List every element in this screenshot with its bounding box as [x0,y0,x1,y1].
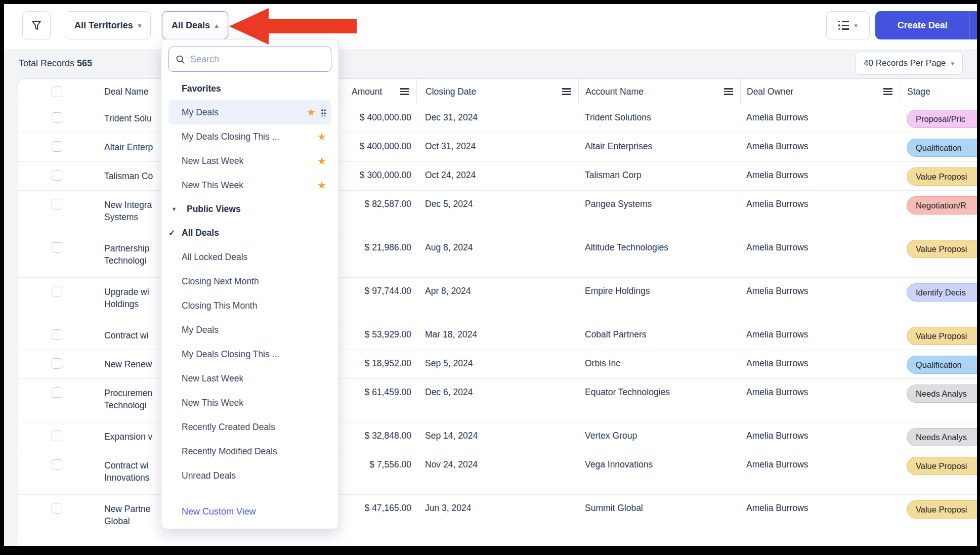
amount-cell: $ 97,744.00 [340,278,416,321]
public-view-item[interactable]: ✓ New Last Week [168,366,331,391]
stage-badge[interactable]: Qualification [907,139,977,157]
public-view-item[interactable]: ✓ New This Week [168,391,331,415]
stage-badge[interactable]: Needs Analys [907,385,977,403]
deal-owner-cell: Amelia Burrows [740,162,900,190]
closing-date-cell: Apr 8, 2024 [416,278,578,321]
public-views-list: ✓ All Deals ✓ All Locked Deals ✓ Closing… [168,221,331,488]
public-view-item[interactable]: ✓ All Deals [168,221,331,245]
column-menu-icon[interactable] [562,88,571,95]
column-header-amount[interactable]: Amount [340,87,382,97]
stage-badge[interactable]: Proposal/Pric [907,110,977,128]
row-checkbox[interactable] [52,358,62,369]
row-checkbox[interactable] [52,112,62,123]
row-checkbox[interactable] [52,199,62,209]
row-checkbox[interactable] [52,431,62,441]
select-all-checkbox[interactable] [52,87,62,97]
column-header-deal-name[interactable]: Deal Name [104,87,149,97]
account-name-cell[interactable]: Orbis Inc [578,350,740,378]
toolbar: All Territories ▾ All Deals ▴ ▾ Create D… [4,4,977,49]
records-per-page-button[interactable]: 40 Records Per Page ▾ [855,52,963,75]
territory-selector-label: All Territories [74,20,133,31]
view-search[interactable] [168,47,331,72]
amount-cell: $ 61,459.00 [340,379,416,422]
drag-handle-icon[interactable] [321,108,326,116]
favorite-view-item[interactable]: New Last Week ★ [168,149,331,173]
stage-badge[interactable]: Qualification [907,356,977,374]
public-view-item[interactable]: ✓ My Deals Closing This ... [168,342,331,366]
chevron-down-icon[interactable]: ▾ [969,22,977,29]
column-header-closing-date[interactable]: Closing Date [425,87,476,97]
account-name-cell[interactable]: Equator Technologies [578,379,740,422]
column-menu-icon[interactable] [400,88,409,95]
account-name-cell[interactable]: Cobalt Partners [578,321,740,350]
stage-badge[interactable]: Value Proposi [907,500,977,519]
column-header-account-name[interactable]: Account Name [585,87,644,97]
public-view-item[interactable]: ✓ Closing Next Month [168,269,331,293]
amount-cell: $ 47,165.00 [340,495,416,538]
public-view-item[interactable]: ✓ Recently Created Deals [168,415,331,439]
favorite-view-item[interactable]: My Deals Closing This ... ★ [168,124,331,149]
account-name-cell[interactable]: Altair Enterprises [578,133,740,161]
public-views-heading[interactable]: ▾ Public Views [168,197,331,221]
row-checkbox[interactable] [52,170,62,181]
column-menu-icon[interactable] [883,88,892,95]
account-name-cell[interactable]: Talisman Corp [578,162,740,190]
deal-owner-cell: Amelia Burrows [740,495,900,538]
stage-badge[interactable]: Needs Analys [907,428,977,446]
row-checkbox[interactable] [52,459,62,470]
public-view-item[interactable]: ✓ Unread Deals [168,463,331,488]
star-icon[interactable]: ★ [317,131,326,143]
account-name-cell[interactable]: Vertex Group [578,422,740,451]
star-icon[interactable]: ★ [317,155,326,167]
stage-badge[interactable]: Identify Decis [907,283,977,302]
row-checkbox[interactable] [52,242,62,253]
search-icon [175,54,186,65]
column-header-stage[interactable]: Stage [907,87,930,97]
view-item-label: Closing This Month [182,301,257,311]
view-search-input[interactable] [190,54,325,65]
public-view-item[interactable]: ✓ My Deals [168,318,331,342]
stage-badge[interactable]: Negotiation/R [907,196,977,215]
favorite-view-item[interactable]: My Deals ★ [168,100,331,124]
amount-cell: $ 53,929.00 [340,321,416,350]
account-name-cell[interactable]: Pangea Systems [578,191,740,234]
new-custom-view-link[interactable]: New Custom View [168,500,331,523]
stage-cell: Qualification [900,350,977,378]
public-view-item[interactable]: ✓ Closing This Month [168,293,331,318]
deal-owner-cell: Amelia Burrows [740,234,900,277]
star-icon[interactable]: ★ [307,106,316,118]
total-records-value: 565 [77,58,92,68]
account-name-cell[interactable]: Empire Holdings [578,278,740,321]
row-checkbox[interactable] [52,286,62,296]
deal-owner-cell: Amelia Burrows [740,379,900,422]
stage-badge[interactable]: Value Proposi [907,457,977,475]
stage-badge[interactable]: Value Proposi [907,167,977,186]
create-deal-button[interactable]: Create Deal ▾ [875,11,977,39]
stage-badge[interactable]: Value Proposi [907,240,977,258]
account-name-cell[interactable]: Altitude Technologies [578,234,740,277]
column-menu-icon[interactable] [724,88,733,95]
list-view-toggle-button[interactable]: ▾ [826,11,870,39]
stage-badge[interactable]: Value Proposi [907,327,977,345]
star-icon[interactable]: ★ [317,179,326,191]
stage-cell: Needs Analys [900,379,977,422]
row-checkbox[interactable] [52,503,62,514]
public-view-item[interactable]: ✓ All Locked Deals [168,245,331,269]
view-item-label: New Last Week [182,156,243,166]
view-item-label: My Deals Closing This ... [182,349,279,360]
account-name-cell[interactable]: Summit Global [578,495,740,538]
public-view-item[interactable]: ✓ Recently Modified Deals [168,439,331,463]
account-name-cell[interactable]: Trident Solutions [578,104,740,133]
row-checkbox[interactable] [52,141,62,152]
amount-cell: $ 18,952.00 [340,350,416,378]
filter-button[interactable] [22,11,51,39]
column-header-deal-owner[interactable]: Deal Owner [747,87,793,97]
territory-selector-button[interactable]: All Territories ▾ [65,11,151,39]
row-checkbox[interactable] [52,329,62,340]
closing-date-cell: Sep 14, 2024 [416,422,578,451]
view-selector-button[interactable]: All Deals ▴ [162,11,228,39]
account-name-cell[interactable]: Vega Innovations [578,451,740,494]
favorite-view-item[interactable]: New This Week ★ [168,173,331,197]
row-checkbox[interactable] [52,387,62,398]
amount-cell: $ 400,000.00 [340,133,416,161]
